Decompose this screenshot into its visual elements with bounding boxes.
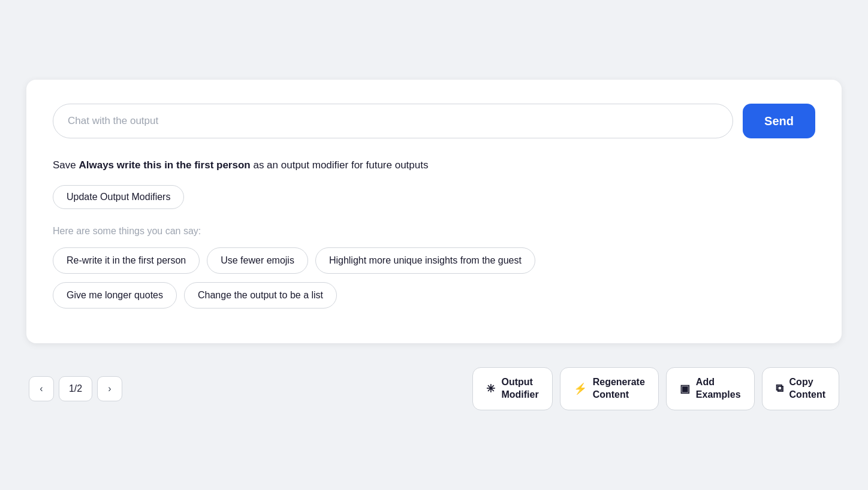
prev-page-button[interactable]: ‹ [29,376,54,401]
output-modifier-icon: ✳ [486,382,495,395]
chat-input[interactable] [53,104,733,138]
add-examples-label: AddExamples [696,376,741,401]
main-container: Send Save Always write this in the first… [26,80,842,343]
suggestion-chip-rewrite[interactable]: Re-write it in the first person [53,247,200,274]
regenerate-label: RegenerateContent [593,376,645,401]
chat-row: Send [53,104,815,138]
regenerate-icon: ⚡ [574,382,587,395]
save-suffix: as an output modifier for future outputs [251,159,429,171]
send-button[interactable]: Send [743,104,815,138]
suggestion-chip-highlight-insights[interactable]: Highlight more unique insights from the … [315,247,535,274]
pagination: ‹ 1/2 › [29,376,122,401]
add-examples-icon: ▣ [680,382,690,395]
save-prefix: Save [53,159,79,171]
copy-content-icon: ⧉ [776,382,783,395]
suggestion-chip-fewer-emojis[interactable]: Use fewer emojis [207,247,308,274]
suggestion-chip-longer-quotes[interactable]: Give me longer quotes [53,282,177,308]
suggestion-chip-output-list[interactable]: Change the output to be a list [184,282,337,308]
copy-content-label: CopyContent [789,376,825,401]
regenerate-content-button[interactable]: ⚡ RegenerateContent [560,367,659,410]
copy-content-button[interactable]: ⧉ CopyContent [762,367,839,410]
save-bold: Always write this in the first person [79,159,250,171]
output-modifier-label: OutputModifier [501,376,538,401]
update-output-modifiers-button[interactable]: Update Output Modifiers [53,185,184,209]
suggestions-row-1: Re-write it in the first person Use fewe… [53,247,815,274]
next-page-button[interactable]: › [97,376,122,401]
page-indicator: 1/2 [59,376,92,401]
suggestions-row-2: Give me longer quotes Change the output … [53,282,815,308]
save-modifier-text: Save Always write this in the first pers… [53,158,815,173]
bottom-bar: ‹ 1/2 › ✳ OutputModifier ⚡ RegenerateCon… [0,367,868,410]
action-buttons: ✳ OutputModifier ⚡ RegenerateContent ▣ A… [472,367,839,410]
add-examples-button[interactable]: ▣ AddExamples [666,367,755,410]
suggestions-label: Here are some things you can say: [53,226,815,237]
output-modifier-button[interactable]: ✳ OutputModifier [472,367,552,410]
